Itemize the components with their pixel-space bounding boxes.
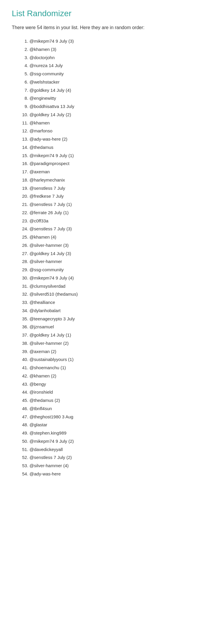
list-item: @mikepm74 9 July (2) [29,437,210,445]
list-item: @paradigmprospect [29,159,210,168]
list-item: @tbnfl4sun [29,405,210,413]
list-item: @mikepm74 9 July (1) [29,152,210,160]
list-item: @senstless 7 July [29,184,210,192]
list-item: @bengy [29,380,210,388]
list-item: @silver-hammer [29,257,210,266]
list-item: @thealliance [29,298,210,307]
list-item: @boddhisattva 13 July [29,102,210,111]
list-item: @khamen [29,119,210,127]
randomized-list: @mikepm74 9 July (3)@khamen (3)@doctorjo… [12,37,210,478]
list-item: @mikepm74 9 July (4) [29,274,210,282]
list-item: @mikepm74 9 July (3) [29,37,210,45]
list-item: @c0ff33a [29,217,210,225]
list-item: @senstless 7 July (2) [29,453,210,462]
list-item: @sustainablyyours (1) [29,355,210,364]
list-item: @ady-was-here [29,470,210,478]
list-item: @thedamus (2) [29,396,210,405]
list-item: @senstless 7 July (1) [29,200,210,209]
list-item: @goldkey 14 July (4) [29,86,210,94]
list-item: @teenagecrypto 3 July [29,315,210,323]
list-item: @goldkey 14 July (3) [29,249,210,258]
list-item: @marfonso [29,127,210,135]
list-item: @axeman [29,168,210,176]
list-item: @jznsamuel [29,323,210,331]
list-item: @glastar [29,421,210,429]
list-item: @ady-was-here (2) [29,135,210,143]
list-item: @silverd510 (thedamus) [29,290,210,298]
list-item: @dylanhobalart [29,307,210,315]
list-item: @theghost1980 3 Aug [29,413,210,421]
list-item: @khamen (2) [29,372,210,380]
list-item: @thedamus [29,143,210,152]
list-item: @silver-hammer (3) [29,241,210,249]
intro-text: There were 54 items in your list. Here t… [12,24,210,31]
list-item: @shoemanchu (1) [29,364,210,372]
list-item: @khamen (4) [29,233,210,241]
list-item: @nureza 14 July [29,61,210,70]
list-item: @enginewitty [29,94,210,102]
list-item: @silver-hammer (4) [29,462,210,470]
list-item: @fredkese 7 July [29,192,210,200]
page-title: List Randomizer [12,9,210,18]
list-item: @ssg-community [29,266,210,274]
list-item: @ironshield [29,388,210,396]
list-item: @harleymechanix [29,176,210,184]
list-item: @davedickeyyall [29,445,210,454]
list-item: @ferrate 26 July (1) [29,209,210,217]
list-item: @clumsysilverdad [29,282,210,290]
list-item: @stephen.king989 [29,429,210,437]
list-item: @khamen (3) [29,45,210,54]
list-item: @doctorjohn [29,54,210,62]
list-item: @goldkey 14 July (1) [29,331,210,339]
list-item: @goldkey 14 July (2) [29,111,210,119]
list-item: @silver-hammer (2) [29,339,210,347]
list-item: @axeman (2) [29,347,210,356]
list-item: @welshstacker [29,78,210,86]
list-item: @senstless 7 July (3) [29,225,210,233]
list-item: @ssg-community [29,70,210,78]
